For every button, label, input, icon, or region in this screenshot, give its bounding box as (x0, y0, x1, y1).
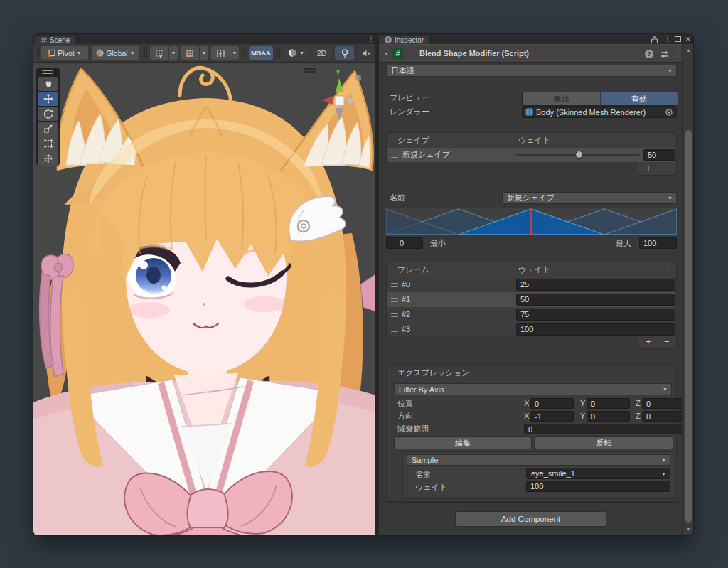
foldout-arrow[interactable]: ▼ (384, 51, 389, 56)
frame-row[interactable]: #2 75 (387, 307, 675, 322)
scrollbar-thumb[interactable] (685, 130, 692, 523)
frame-id: #2 (402, 310, 410, 319)
transform-icon (43, 154, 53, 164)
overlay-handle[interactable] (304, 68, 316, 70)
toolcol-handle[interactable] (42, 70, 53, 71)
preview-on-button[interactable]: 有効 (601, 92, 678, 105)
sample-weight-field[interactable]: 100 (526, 481, 670, 492)
invert-button[interactable]: 反転 (535, 436, 673, 449)
scroll-down-arrow[interactable]: ▼ (686, 527, 691, 532)
position-x-field[interactable]: 0 (530, 398, 574, 409)
scene-lighting-button[interactable] (335, 46, 354, 60)
tab-inspector[interactable]: i Inspector (379, 36, 429, 44)
component-header[interactable]: ▼ # Blend Shape Modifier (Script) ? ⋮ (379, 44, 693, 63)
component-title: Blend Shape Modifier (Script) (419, 49, 529, 58)
2d-button[interactable]: 2D (313, 46, 331, 60)
grid-visibility-dropdown[interactable]: ▼ (169, 46, 178, 60)
component-menu-icon[interactable]: ⋮ (674, 50, 682, 57)
max-field[interactable]: 100 (639, 237, 677, 249)
remove-frame-button[interactable]: − (664, 337, 670, 346)
frame-list-header: フレーム ウェイト ⋮ (387, 262, 676, 278)
weight-slider-knob[interactable] (575, 151, 583, 159)
add-frame-button[interactable]: + (646, 337, 651, 346)
preview-off-button[interactable]: 無効 (523, 92, 601, 105)
frame-weight-field[interactable]: 25 (516, 279, 675, 291)
position-z-field[interactable]: 0 (642, 398, 682, 409)
direction-y-field[interactable]: 0 (587, 411, 630, 422)
snap-increment-dropdown[interactable]: ▼ (200, 46, 208, 60)
scene-audio-button[interactable] (358, 46, 375, 60)
scale-tool[interactable] (38, 122, 58, 136)
filter-dropdown[interactable]: Filter By Axis▼ (394, 383, 672, 395)
drag-handle[interactable] (391, 328, 398, 332)
snap-increment-button[interactable] (181, 46, 199, 60)
grid-visibility-button[interactable]: y (150, 46, 168, 60)
rect-tool[interactable] (38, 136, 58, 151)
transform-tool[interactable] (38, 151, 58, 166)
weight-graph[interactable] (386, 208, 677, 235)
direction-z-field[interactable]: 0 (642, 411, 682, 422)
gizmo-center[interactable] (335, 96, 344, 105)
edit-button[interactable]: 編集 (394, 436, 532, 449)
sample-name-dropdown[interactable]: eye_smile_1▼ (526, 468, 670, 479)
frame-row[interactable]: #1 50 (387, 292, 675, 307)
frame-weight-field[interactable]: 100 (516, 323, 675, 336)
gizmo-x-neg-axis[interactable] (348, 97, 357, 104)
axis-x-label: X (524, 399, 529, 408)
remove-shape-button[interactable]: − (664, 164, 670, 173)
drag-handle[interactable] (391, 298, 398, 302)
falloff-field[interactable]: 0 (524, 424, 683, 434)
gizmo-x-axis[interactable] (322, 96, 333, 105)
global-icon (96, 49, 104, 57)
add-component-button[interactable]: Add Component (455, 511, 606, 527)
frame-weight-field[interactable]: 50 (516, 294, 675, 306)
maximize-icon[interactable] (675, 36, 681, 42)
renderer-object-field[interactable]: Body (Skinned Mesh Renderer) (522, 106, 677, 118)
drag-handle[interactable] (391, 313, 398, 317)
help-icon[interactable]: ? (645, 50, 653, 58)
language-dropdown[interactable]: 日本語▼ (386, 65, 677, 77)
position-y-field[interactable]: 0 (587, 398, 630, 409)
orientation-gizmo[interactable]: y (318, 63, 375, 128)
inspector-scrollbar[interactable]: ▲ ▼ (682, 44, 693, 535)
global-label: Global (106, 49, 127, 58)
inspector-menu-icon[interactable]: ⋮ (664, 36, 671, 43)
rotate-tool[interactable] (38, 107, 58, 121)
scene-view[interactable]: y (33, 63, 375, 535)
close-icon[interactable]: × (685, 34, 691, 43)
drag-handle[interactable] (391, 283, 398, 287)
shape-row[interactable]: 新規シェイプ 50 (387, 148, 675, 162)
msaa-button[interactable]: MSAA (249, 46, 273, 60)
min-field[interactable]: 0 (386, 237, 423, 249)
frame-row[interactable]: #3 100 (387, 322, 675, 336)
shape-weight-field[interactable]: 50 (643, 149, 675, 161)
tab-scene[interactable]: Scene (35, 36, 75, 44)
info-icon: i (385, 36, 392, 43)
object-picker-icon[interactable] (665, 108, 673, 117)
sample-dropdown[interactable]: Sample▼ (407, 454, 670, 466)
snap-bars-dropdown[interactable]: ▼ (230, 46, 239, 60)
frame-list-menu-icon[interactable]: ⋮ (664, 265, 672, 272)
scroll-up-arrow[interactable]: ▲ (686, 48, 691, 53)
axis-y-label: Y (580, 399, 585, 408)
hand-tool[interactable] (38, 77, 58, 91)
snap-bars-button[interactable] (211, 46, 230, 60)
name-dropdown[interactable]: 新規シェイプ▼ (502, 192, 677, 204)
gizmo-z-axis[interactable] (336, 108, 343, 121)
frame-row[interactable]: #0 25 (387, 277, 675, 292)
pivot-button[interactable]: Pivot▼ (41, 46, 88, 60)
move-tool[interactable] (38, 92, 58, 106)
add-shape-button[interactable]: + (646, 164, 651, 173)
drag-handle[interactable] (391, 154, 398, 158)
max-label: 最大 (616, 239, 631, 248)
presets-icon[interactable] (660, 50, 669, 58)
global-button[interactable]: Global▼ (92, 46, 139, 60)
gizmo-y-axis[interactable] (336, 78, 343, 92)
frame-weight-field[interactable]: 75 (516, 309, 675, 321)
lock-icon[interactable] (651, 36, 658, 43)
shading-mode-button[interactable]: ▼ (283, 46, 309, 60)
direction-x-field[interactable]: -1 (530, 411, 574, 422)
sample-name-label: 名前 (415, 470, 431, 479)
scene-menu-icon[interactable]: ⋮ (368, 36, 375, 43)
frame-weight-column-label: ウェイト (518, 265, 550, 274)
